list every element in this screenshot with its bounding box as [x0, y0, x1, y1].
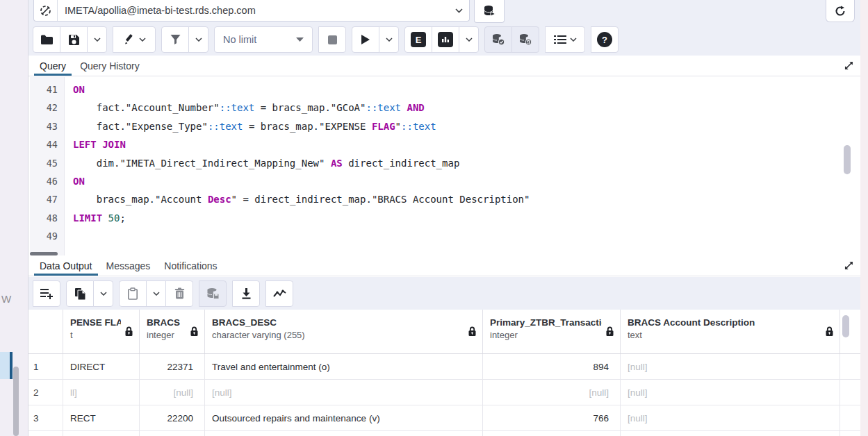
refresh-connection-button[interactable]	[826, 0, 855, 22]
tab-query-label: Query	[40, 60, 66, 72]
data-cell[interactable]: 28160	[140, 431, 205, 436]
data-cell[interactable]: DIRECT	[63, 354, 140, 379]
results-toolbar	[28, 277, 860, 310]
left-scrollbar-thumb[interactable]	[13, 367, 19, 436]
table-row: 1DIRECT22371Travel and entertainment (o)…	[28, 354, 860, 380]
download-results-button[interactable]	[232, 280, 260, 307]
row-number-cell[interactable]: 1	[28, 354, 63, 379]
rollback-button[interactable]	[511, 26, 539, 53]
data-cell[interactable]: [null]	[621, 431, 840, 436]
add-row-button[interactable]	[33, 280, 60, 307]
code-area[interactable]: ON fact."Account_Number"::text = bracs_m…	[65, 77, 860, 255]
line-number: 43	[30, 117, 58, 135]
data-cell[interactable]: Outsourced repairs and maintenance (v)	[205, 405, 483, 430]
paste-button[interactable]	[119, 280, 147, 307]
left-panel-edge: W	[0, 0, 28, 436]
graph-visualiser-button[interactable]	[265, 280, 293, 307]
column-header[interactable]: Primary_ZTBR_TransactionCodeinteger	[483, 310, 621, 353]
sql-editor[interactable]: 414243444546474849 ON fact."Account_Numb…	[28, 77, 860, 255]
data-cell[interactable]: [null]	[621, 354, 840, 379]
open-file-button[interactable]	[33, 26, 60, 53]
explain-analyze-icon	[438, 32, 453, 47]
data-cell[interactable]: 22371	[140, 354, 205, 379]
data-cell[interactable]: NE	[63, 431, 140, 436]
connection-icon	[34, 0, 58, 21]
column-header[interactable]: BRACS_DESCcharacter varying (255)	[205, 310, 483, 353]
grid-corner-cell[interactable]	[28, 310, 63, 353]
tab-messages[interactable]: Messages	[99, 255, 158, 276]
query-tool-panel: IMETA/apollia@imeta-bi-test.rds.chep.com	[28, 0, 860, 436]
data-cell[interactable]: 22200	[140, 405, 205, 430]
data-cell[interactable]: [null]	[621, 380, 840, 405]
row-number-cell[interactable]: 4	[28, 431, 63, 436]
tab-notifications[interactable]: Notifications	[157, 255, 224, 276]
execute-options-chevron[interactable]	[379, 26, 399, 53]
explain-options-chevron[interactable]	[459, 26, 479, 53]
left-panel-text: W	[1, 293, 11, 305]
data-cell[interactable]: ll]	[63, 380, 140, 405]
data-cell[interactable]: 894	[483, 354, 621, 379]
line-number: 44	[30, 135, 58, 153]
column-header[interactable]: BRACSinteger	[140, 310, 205, 353]
chevron-down-icon	[195, 37, 202, 42]
commit-button[interactable]	[484, 26, 512, 53]
data-cell[interactable]: Lease interest	[205, 431, 483, 436]
delete-row-button[interactable]	[165, 280, 193, 307]
tab-query-history[interactable]: Query History	[73, 56, 147, 76]
chevron-down-icon	[466, 37, 473, 42]
code-line: bracs_map."Account Desc" = direct_indire…	[73, 190, 860, 208]
copy-options-chevron[interactable]	[93, 280, 113, 307]
column-type: integer	[147, 330, 186, 340]
tab-query[interactable]: Query	[33, 56, 73, 76]
stop-icon	[327, 35, 338, 45]
execute-query-button[interactable]	[352, 26, 379, 53]
new-connection-button[interactable]	[474, 0, 505, 23]
data-cell[interactable]: 766	[483, 405, 621, 430]
column-name: BRACS	[147, 317, 186, 328]
query-tool-window: W IMETA/apollia@imeta-bi-test.rds.chep.c…	[0, 0, 868, 436]
connection-label: IMETA/apollia@imeta-bi-test.rds.chep.com	[58, 5, 448, 16]
row-limit-select[interactable]: No limit	[214, 26, 313, 53]
line-number: 47	[30, 190, 58, 208]
grid-scrollbar-thumb[interactable]	[842, 315, 849, 337]
data-cell[interactable]: [null]	[205, 380, 483, 405]
explain-button[interactable]: E	[404, 26, 432, 53]
chevron-down-icon	[153, 292, 160, 296]
line-number: 42	[30, 99, 58, 117]
data-cell[interactable]: [null]	[140, 380, 205, 405]
column-header[interactable]: BRACS Account Descriptiontext	[621, 310, 840, 353]
save-file-button[interactable]	[60, 26, 88, 53]
save-options-chevron[interactable]	[87, 26, 107, 53]
expand-editor-button[interactable]	[837, 56, 860, 76]
macros-button[interactable]	[545, 26, 585, 53]
explain-analyze-button[interactable]	[432, 26, 459, 53]
data-cell[interactable]: [null]	[621, 405, 840, 430]
data-cell[interactable]: 1258	[483, 431, 621, 436]
paste-options-chevron[interactable]	[146, 280, 166, 307]
trash-icon	[174, 287, 185, 299]
editor-scrollbar-thumb[interactable]	[844, 145, 851, 174]
row-number-cell[interactable]: 2	[28, 380, 63, 405]
connection-select[interactable]: IMETA/apollia@imeta-bi-test.rds.chep.com	[33, 0, 470, 22]
expand-output-button[interactable]	[837, 255, 860, 276]
cancel-query-button[interactable]	[318, 26, 346, 53]
panel-splitter[interactable]	[10, 352, 13, 379]
chevron-down-icon	[94, 37, 101, 42]
folder-icon	[40, 34, 54, 45]
data-cell[interactable]: RECT	[63, 405, 140, 430]
filter-options-chevron[interactable]	[188, 26, 208, 53]
save-data-changes-button[interactable]	[199, 280, 227, 307]
explain-icon: E	[411, 32, 426, 47]
add-row-icon	[40, 288, 54, 299]
help-button[interactable]: ?	[591, 26, 619, 53]
tab-data-output[interactable]: Data Output	[33, 255, 99, 276]
edit-button[interactable]	[113, 26, 156, 53]
code-line	[73, 227, 860, 245]
copy-button[interactable]	[66, 280, 94, 307]
filter-button[interactable]	[161, 26, 189, 53]
column-header[interactable]: PENSE FLAGt	[63, 310, 140, 353]
data-cell[interactable]: Travel and entertainment (o)	[205, 354, 483, 379]
row-number-cell[interactable]: 3	[28, 405, 63, 430]
row-limit-value: No limit	[223, 34, 296, 45]
data-cell[interactable]: [null]	[483, 380, 621, 405]
